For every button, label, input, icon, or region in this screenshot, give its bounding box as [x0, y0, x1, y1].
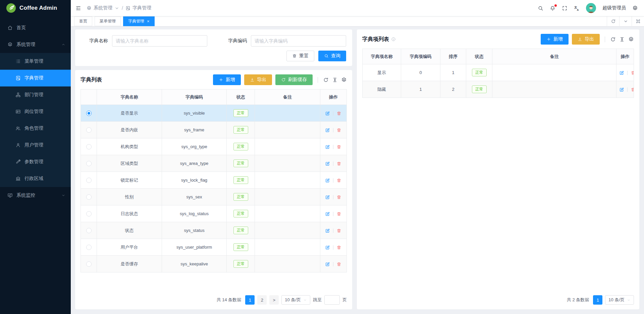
export-item-button[interactable]: 导出 — [572, 34, 600, 45]
table-row[interactable]: 显示01正常 — [363, 64, 634, 81]
table-row[interactable]: 用户平台sys_user_platform正常 — [81, 239, 347, 256]
row-height-icon[interactable] — [619, 37, 625, 42]
jump-page-input[interactable] — [324, 295, 340, 305]
sidebar-item[interactable]: 部门管理 — [0, 86, 71, 103]
dict-code-input[interactable] — [251, 35, 346, 47]
sidebar-item[interactable]: 参数管理 — [0, 153, 71, 170]
edit-icon[interactable] — [325, 128, 330, 133]
table-row[interactable]: 隐藏12正常 — [363, 81, 634, 98]
sidebar-item[interactable]: 岗位管理 — [0, 103, 71, 120]
translate-icon[interactable]: 文A — [574, 5, 580, 11]
tab-menu-button[interactable] — [619, 16, 632, 26]
column-settings-icon[interactable] — [628, 37, 634, 42]
dict-name-input[interactable] — [112, 35, 207, 47]
delete-icon[interactable] — [336, 195, 341, 200]
settings-gear-icon[interactable] — [632, 5, 638, 11]
page-button[interactable]: 2 — [257, 295, 267, 305]
refresh-cache-button[interactable]: 刷新缓存 — [275, 74, 313, 85]
add-item-button[interactable]: 新增 — [541, 34, 569, 45]
search-icon[interactable] — [538, 5, 543, 11]
table-row[interactable]: 锁定标记sys_lock_flag正常 — [81, 172, 347, 189]
edit-icon[interactable] — [325, 245, 330, 250]
row-radio[interactable] — [86, 194, 92, 200]
page-size-select[interactable]: 10 条/页 — [281, 295, 310, 305]
app-logo[interactable]: Coffee Admin — [0, 0, 71, 16]
delete-icon[interactable] — [336, 161, 341, 166]
cell-select — [81, 155, 97, 172]
sidebar-item[interactable]: 角色管理 — [0, 120, 71, 137]
page-button[interactable]: 1 — [593, 295, 602, 305]
status-badge: 正常 — [233, 227, 248, 235]
row-radio[interactable] — [86, 111, 92, 116]
edit-icon[interactable] — [325, 262, 330, 267]
row-radio[interactable] — [86, 228, 92, 233]
row-height-icon[interactable] — [332, 77, 338, 83]
edit-icon[interactable] — [619, 87, 624, 92]
table-row[interactable]: 是否缓存sys_keepalive正常 — [81, 256, 347, 272]
table-row[interactable]: 状态sys_status正常 — [81, 222, 347, 239]
notifications-button[interactable] — [550, 5, 555, 11]
delete-icon[interactable] — [336, 128, 341, 133]
reload-table-icon[interactable] — [323, 77, 329, 83]
username[interactable]: 超级管理员 — [602, 5, 626, 11]
sidebar-item[interactable]: 系统管理 — [0, 36, 71, 53]
table-row[interactable]: 日志状态sys_log_status正常 — [81, 205, 347, 222]
sidebar-item[interactable]: 行政区域 — [0, 170, 71, 187]
sidebar-item[interactable]: 字典管理 — [0, 70, 71, 86]
tab-close-icon[interactable]: × — [147, 19, 150, 23]
row-radio[interactable] — [86, 178, 92, 183]
table-row[interactable]: 是否内嵌sys_frame正常 — [81, 122, 347, 138]
edit-icon[interactable] — [325, 111, 330, 116]
page-button[interactable]: 1 — [245, 295, 255, 305]
edit-icon[interactable] — [325, 211, 330, 216]
collapse-sidebar-icon[interactable] — [75, 5, 81, 11]
table-row[interactable]: 是否显示sys_visible正常 — [81, 105, 347, 122]
delete-icon[interactable] — [336, 111, 341, 116]
tab-maximize-button[interactable] — [632, 16, 644, 26]
edit-icon[interactable] — [325, 161, 330, 166]
delete-icon[interactable] — [336, 228, 341, 233]
tab-item[interactable]: 字典管理× — [123, 16, 155, 26]
reload-table-icon[interactable] — [610, 37, 616, 42]
edit-icon[interactable] — [619, 70, 624, 75]
edit-icon[interactable] — [325, 144, 330, 149]
fullscreen-icon[interactable] — [562, 5, 568, 11]
edit-icon[interactable] — [325, 178, 330, 183]
delete-icon[interactable] — [631, 87, 634, 92]
next-page-button[interactable]: > — [269, 295, 279, 305]
table-row[interactable]: 区域类型sys_area_type正常 — [81, 155, 347, 172]
delete-icon[interactable] — [336, 178, 341, 183]
reset-button[interactable]: 重置 — [286, 51, 314, 61]
table-row[interactable]: 性别sys_sex正常 — [81, 189, 347, 205]
cell-select — [81, 189, 97, 205]
tab-refresh-button[interactable] — [607, 16, 619, 26]
page-size-select[interactable]: 10 条/页 — [605, 295, 634, 305]
row-radio[interactable] — [86, 161, 92, 166]
row-radio[interactable] — [86, 245, 92, 250]
sidebar-item[interactable]: 用户管理 — [0, 137, 71, 153]
edit-icon[interactable] — [325, 228, 330, 233]
row-radio[interactable] — [86, 211, 92, 216]
delete-icon[interactable] — [336, 144, 341, 149]
breadcrumb-parent[interactable]: 系统管理 — [87, 5, 119, 11]
delete-icon[interactable] — [631, 70, 634, 75]
table-row[interactable]: 机构类型sys_org_type正常 — [81, 138, 347, 155]
delete-icon[interactable] — [336, 211, 341, 216]
delete-icon[interactable] — [336, 262, 341, 267]
avatar[interactable] — [586, 3, 596, 13]
tab-item[interactable]: 首页 — [74, 16, 92, 26]
sidebar-item[interactable]: 首页 — [0, 19, 71, 36]
tab-item[interactable]: 菜单管理 — [95, 16, 121, 26]
row-radio[interactable] — [86, 127, 92, 133]
column-settings-icon[interactable] — [341, 77, 347, 83]
edit-icon[interactable] — [325, 195, 330, 200]
add-dict-button[interactable]: 新增 — [213, 74, 241, 85]
sidebar-item[interactable]: 菜单管理 — [0, 53, 71, 70]
row-radio[interactable] — [86, 144, 92, 149]
export-dict-button[interactable]: 导出 — [244, 74, 272, 85]
search-button[interactable]: 查询 — [318, 51, 346, 61]
delete-icon[interactable] — [336, 245, 341, 250]
sidebar-item[interactable]: 系统监控 — [0, 187, 71, 204]
row-radio[interactable] — [86, 261, 92, 267]
info-icon[interactable] — [391, 37, 396, 42]
